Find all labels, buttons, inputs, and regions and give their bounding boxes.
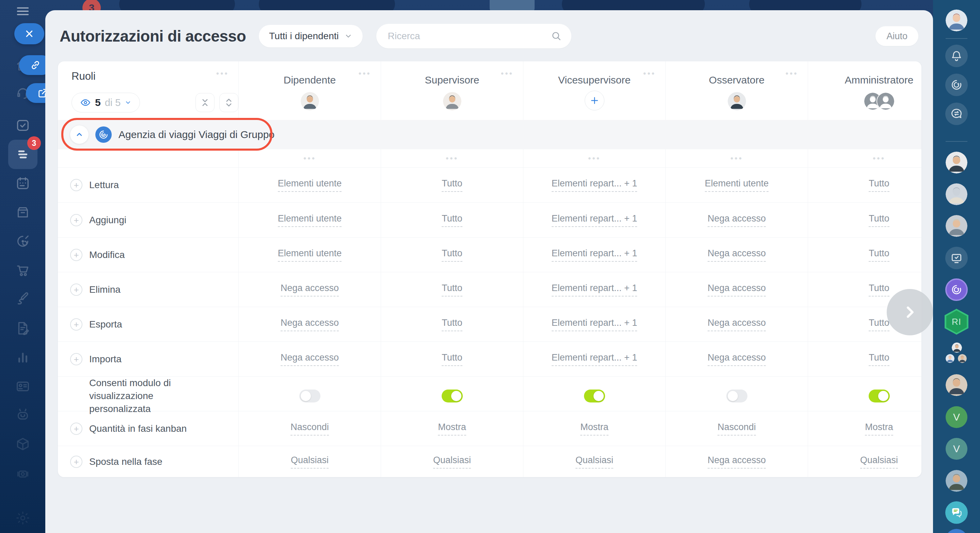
copilot-badge[interactable]	[945, 278, 968, 301]
permission-value-dropdown[interactable]: Tutto	[869, 178, 889, 192]
sidebar-button-app[interactable]	[945, 529, 968, 533]
scroll-right-button[interactable]	[887, 289, 933, 335]
permission-toggle[interactable]	[584, 389, 605, 402]
permission-value-dropdown[interactable]: Nega accesso	[708, 455, 766, 469]
permission-value-dropdown[interactable]: Nega accesso	[708, 213, 766, 227]
permission-value-dropdown[interactable]: Nega accesso	[281, 283, 339, 297]
role-name[interactable]: Dipendente	[284, 74, 336, 86]
permission-value-dropdown[interactable]: Nascondi	[290, 422, 329, 436]
sidebar-item-cart[interactable]	[15, 262, 31, 278]
permission-value-dropdown[interactable]: Elementi repart... + 1	[552, 283, 637, 297]
sidebar-item-calendar[interactable]	[15, 176, 31, 191]
add-role-member-button[interactable]	[585, 91, 605, 110]
group-collapse-button[interactable]	[70, 125, 89, 144]
permission-value-dropdown[interactable]: Elementi utente	[278, 213, 342, 227]
roles-visibility-filter[interactable]: 5 di 5	[72, 93, 140, 112]
sidebar-item-document[interactable]	[15, 320, 31, 336]
sidebar-item-drive[interactable]	[15, 204, 31, 220]
permission-toggle[interactable]	[442, 389, 463, 402]
help-button[interactable]: Aiuto	[875, 26, 918, 46]
permission-value-dropdown[interactable]: Mostra	[580, 422, 608, 436]
column-menu-dots[interactable]: •••	[239, 149, 381, 168]
permission-value-dropdown[interactable]: Qualsiasi	[433, 455, 471, 469]
avatar[interactable]	[301, 92, 319, 110]
group-title[interactable]: Agenzia di viaggi Viaggi di Gruppo	[118, 129, 274, 140]
permission-value-dropdown[interactable]: Elementi repart... + 1	[552, 353, 637, 366]
column-menu-dots[interactable]: •••	[808, 149, 921, 168]
contact-avatar[interactable]	[946, 374, 967, 396]
permission-value-dropdown[interactable]: Mostra	[438, 422, 466, 436]
permission-value-dropdown[interactable]: Tutto	[869, 248, 889, 262]
sidebar-item-sign[interactable]	[15, 291, 31, 307]
sidebar-item-chart[interactable]	[15, 349, 31, 365]
permission-value-dropdown[interactable]: Nega accesso	[281, 353, 339, 366]
group-chat-avatar[interactable]	[945, 342, 969, 365]
permission-value-dropdown[interactable]: Nega accesso	[708, 353, 766, 366]
sidebar-button-copilot[interactable]	[945, 73, 968, 96]
sidebar-hint-close[interactable]	[14, 23, 44, 44]
sidebar-button-bell[interactable]	[945, 45, 968, 67]
permission-value-dropdown[interactable]: Tutto	[442, 213, 462, 227]
collapse-all-button[interactable]	[196, 93, 215, 112]
add-permission-button[interactable]: +	[70, 456, 83, 468]
contact-avatar[interactable]	[946, 184, 967, 205]
permission-value-dropdown[interactable]: Tutto	[869, 283, 889, 297]
column-menu-dots[interactable]: •••	[501, 69, 514, 78]
sidebar-button-chats[interactable]	[945, 501, 968, 524]
avatar[interactable]	[728, 92, 746, 110]
sidebar-item-idcard[interactable]	[15, 378, 31, 394]
avatar[interactable]	[443, 92, 461, 110]
permission-toggle[interactable]	[726, 389, 748, 402]
sidebar-button-chat-transfer[interactable]	[945, 102, 968, 125]
permission-value-dropdown[interactable]: Elementi repart... + 1	[552, 318, 637, 331]
permission-value-dropdown[interactable]: Tutto	[442, 283, 462, 297]
role-name[interactable]: Osservatore	[709, 74, 764, 86]
permission-value-dropdown[interactable]: Nega accesso	[708, 283, 766, 297]
permission-value-dropdown[interactable]: Tutto	[869, 213, 889, 227]
permission-value-dropdown[interactable]: Nega accesso	[708, 318, 766, 331]
add-permission-button[interactable]: +	[70, 179, 83, 191]
permission-value-dropdown[interactable]: Nascondi	[718, 422, 756, 436]
employee-filter-dropdown[interactable]: Tutti i dipendenti	[259, 25, 362, 47]
roles-menu-dots[interactable]: •••	[216, 69, 229, 78]
permission-value-dropdown[interactable]: Elementi utente	[705, 178, 769, 192]
column-menu-dots[interactable]: •••	[359, 69, 371, 78]
column-menu-dots[interactable]: •••	[523, 149, 665, 168]
search-input[interactable]	[388, 31, 551, 41]
contact-avatar[interactable]	[946, 152, 967, 174]
role-name[interactable]: Vicesupervisore	[558, 74, 631, 86]
column-menu-dots[interactable]: •••	[643, 69, 656, 78]
sidebar-item-tasks[interactable]	[15, 118, 31, 133]
sidebar-item-feed-active[interactable]: 3	[8, 140, 37, 169]
contact-avatar[interactable]	[946, 215, 967, 237]
permission-value-dropdown[interactable]: Elementi repart... + 1	[552, 213, 637, 227]
add-permission-button[interactable]: +	[70, 318, 83, 330]
permission-value-dropdown[interactable]: Qualsiasi	[291, 455, 329, 469]
permission-value-dropdown[interactable]: Nega accesso	[281, 318, 339, 331]
permission-value-dropdown[interactable]: Elementi repart... + 1	[552, 248, 637, 262]
add-permission-button[interactable]: +	[70, 423, 83, 435]
sidebar-item-camera[interactable]	[15, 466, 31, 482]
add-permission-button[interactable]: +	[70, 214, 83, 226]
permission-value-dropdown[interactable]: Tutto	[442, 178, 462, 192]
column-menu-dots[interactable]: •••	[786, 69, 798, 78]
permission-value-dropdown[interactable]: Qualsiasi	[860, 455, 898, 469]
search-icon[interactable]	[551, 31, 562, 41]
permission-value-dropdown[interactable]: Tutto	[442, 248, 462, 262]
permission-value-dropdown[interactable]: Elementi repart... + 1	[552, 178, 637, 192]
contact-initial-avatar[interactable]: V	[946, 438, 967, 460]
sidebar-item-gear[interactable]	[15, 510, 31, 526]
column-menu-dots[interactable]: •••	[381, 149, 523, 168]
sidebar-button-desktop-check[interactable]	[945, 247, 968, 269]
add-permission-button[interactable]: +	[70, 353, 83, 365]
permission-value-dropdown[interactable]: Tutto	[442, 353, 462, 366]
permission-toggle[interactable]	[869, 389, 890, 402]
permission-value-dropdown[interactable]: Qualsiasi	[576, 455, 613, 469]
sidebar-item-menu[interactable]	[15, 3, 31, 19]
column-menu-dots[interactable]: •••	[665, 149, 808, 168]
role-name[interactable]: Amministratore	[845, 74, 913, 86]
permission-value-dropdown[interactable]: Tutto	[442, 318, 462, 331]
permission-toggle[interactable]	[299, 389, 320, 402]
add-permission-button[interactable]: +	[70, 249, 83, 261]
permission-value-dropdown[interactable]: Mostra	[865, 422, 893, 436]
